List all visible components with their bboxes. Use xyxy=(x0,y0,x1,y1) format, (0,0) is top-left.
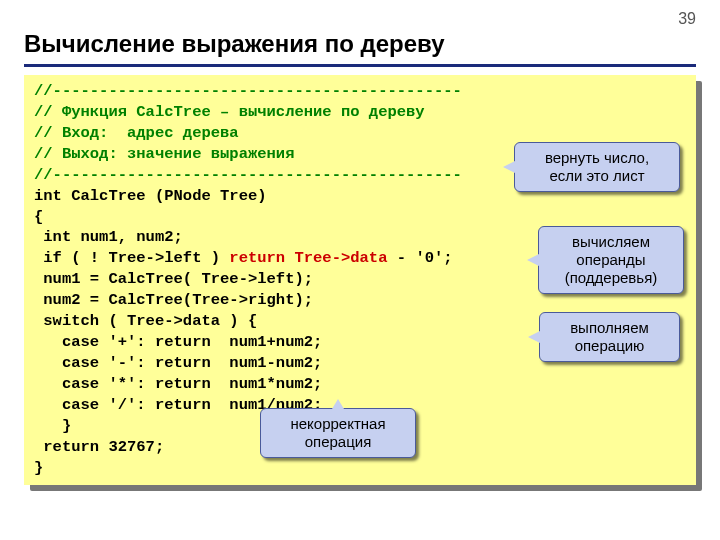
code-line: return Tree->data xyxy=(229,249,387,267)
code-line: if ( ! Tree->left ) xyxy=(34,249,229,267)
title-underline xyxy=(24,64,696,67)
code-line: int CalcTree (PNode Tree) xyxy=(34,187,267,205)
code-line: switch ( Tree->data ) { xyxy=(34,312,257,330)
code-line: case '+': return num1+num2; xyxy=(34,333,322,351)
code-line: - '0'; xyxy=(387,249,452,267)
callout-invalid: некорректная операция xyxy=(260,408,416,458)
code-line: // Выход: значение выражения xyxy=(34,145,294,163)
code-line: int num1, num2; xyxy=(34,228,183,246)
code-line: } xyxy=(34,459,43,477)
code-line: num2 = CalcTree(Tree->right); xyxy=(34,291,313,309)
code-line: return 32767; xyxy=(34,438,164,456)
slide-title: Вычисление выражения по дерeву xyxy=(0,0,720,64)
code-line: //--------------------------------------… xyxy=(34,82,462,100)
code-line: case '*': return num1*num2; xyxy=(34,375,322,393)
page-number: 39 xyxy=(678,10,696,28)
code-line: //--------------------------------------… xyxy=(34,166,462,184)
code-line: // Вход: адрес дерева xyxy=(34,124,239,142)
code-line: num1 = CalcTree( Tree->left); xyxy=(34,270,313,288)
code-line: { xyxy=(34,208,43,226)
callout-operands: вычисляем операнды (поддеревья) xyxy=(538,226,684,294)
code-line: case '-': return num1-num2; xyxy=(34,354,322,372)
callout-operation: выполняем операцию xyxy=(539,312,680,362)
code-line: } xyxy=(34,417,71,435)
code-line: // Функция CalcTree – вычисление по дере… xyxy=(34,103,425,121)
callout-leaf: вернуть число, если это лист xyxy=(514,142,680,192)
